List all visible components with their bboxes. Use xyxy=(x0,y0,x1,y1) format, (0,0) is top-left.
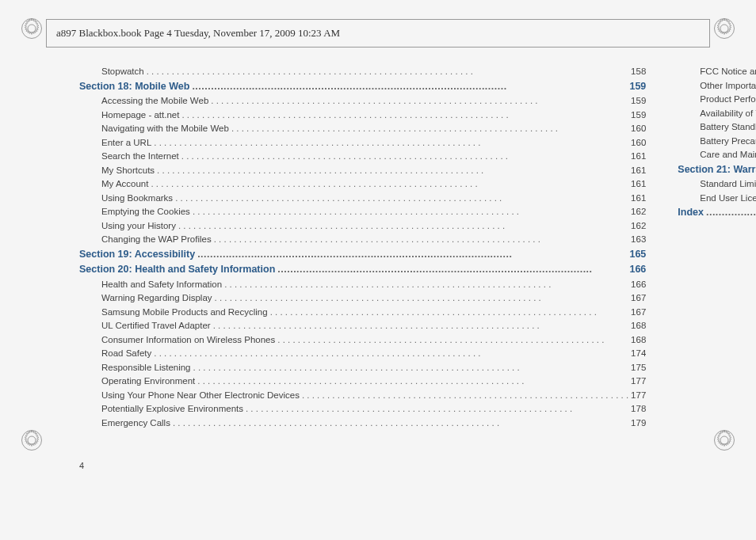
toc-entry: Care and Maintenance183 xyxy=(678,150,756,159)
toc-entry: Health and Safety Information166 xyxy=(79,280,646,289)
toc-column-right: FCC Notice and Cautions180Other Importan… xyxy=(678,67,756,508)
toc-page-number: 168 xyxy=(631,335,646,344)
svg-point-4 xyxy=(22,431,42,451)
toc-entry: Responsible Listening175 xyxy=(79,363,646,372)
toc-page-number: 163 xyxy=(631,234,646,244)
toc-label: My Account xyxy=(101,179,148,188)
toc-label: Changing the WAP Profiles xyxy=(101,234,212,244)
toc-page-number: 166 xyxy=(629,264,646,275)
toc-page-number: 177 xyxy=(631,376,646,386)
toc-label: Potentially Explosive Environments xyxy=(101,404,243,413)
toc-entry: Enter a URL160 xyxy=(79,138,646,147)
toc-leader-dots xyxy=(215,293,629,302)
toc-label: Homepage - att.net xyxy=(101,110,179,120)
toc-entry: Operating Environment177 xyxy=(79,376,646,386)
toc-leader-dots xyxy=(302,390,628,400)
toc-leader-dots xyxy=(178,221,628,230)
toc-leader-dots xyxy=(231,124,628,133)
toc-label: Section 20: Health and Safety Informatio… xyxy=(79,264,275,275)
toc-page-number: 179 xyxy=(631,418,646,428)
svg-point-3 xyxy=(720,25,728,32)
toc-label: UL Certified Travel Adapter xyxy=(101,321,211,330)
toc-entry: Using Bookmarks161 xyxy=(79,193,646,203)
toc-entry: My Shortcuts161 xyxy=(79,165,646,175)
toc-label: Section 19: Accessibility xyxy=(79,249,195,260)
toc-entry: FCC Notice and Cautions180 xyxy=(678,67,756,76)
toc-leader-dots xyxy=(270,307,628,317)
toc-leader-dots xyxy=(193,207,628,216)
toc-leader-dots xyxy=(706,207,756,218)
page-number: 4 xyxy=(79,461,84,470)
toc-label: Section 18: Mobile Web xyxy=(79,81,189,92)
toc-leader-dots xyxy=(173,418,628,428)
toc-label: Using Your Phone Near Other Electronic D… xyxy=(101,390,300,400)
toc-label: Enter a URL xyxy=(101,138,151,147)
toc-entry: My Account161 xyxy=(79,179,646,188)
toc-leader-dots xyxy=(197,249,627,260)
toc-leader-dots xyxy=(213,321,628,330)
toc-label: Stopwatch xyxy=(101,67,144,76)
toc-label: Emptying the Cookies xyxy=(101,207,190,216)
toc-label: Samsung Mobile Products and Recycling xyxy=(101,307,268,317)
toc-label: Battery Standby and Talk Time xyxy=(700,122,756,131)
toc-section: Section 20: Health and Safety Informatio… xyxy=(79,264,646,275)
toc-label: End User License Agreement for Software xyxy=(700,193,756,203)
toc-leader-dots xyxy=(181,110,628,120)
toc-leader-dots xyxy=(224,280,628,289)
toc-leader-dots xyxy=(151,179,628,188)
toc-entry: Product Performance181 xyxy=(678,94,756,104)
toc-column-left: Stopwatch158Section 18: Mobile Web159Acc… xyxy=(79,67,646,508)
toc-label: Other Important Safety Information xyxy=(700,81,756,90)
toc-label: Using your History xyxy=(101,221,176,230)
toc-label: Availability of Various Features/Ring To… xyxy=(700,108,756,118)
toc-page-number: 168 xyxy=(631,321,646,330)
toc-entry: Samsung Mobile Products and Recycling167 xyxy=(79,307,646,317)
toc-leader-dots xyxy=(175,193,628,203)
toc-label: Consumer Information on Wireless Phones xyxy=(101,335,275,344)
gear-icon xyxy=(17,14,46,43)
document-header-text: a897 Blackbox.book Page 4 Tuesday, Novem… xyxy=(47,27,340,40)
toc-page-number: 161 xyxy=(631,165,646,175)
document-header-bar: a897 Blackbox.book Page 4 Tuesday, Novem… xyxy=(46,19,710,48)
toc-page-number: 159 xyxy=(631,110,646,120)
toc-leader-dots xyxy=(197,376,628,386)
toc-label: Care and Maintenance xyxy=(700,150,756,159)
toc-entry: Battery Standby and Talk Time182 xyxy=(678,122,756,131)
svg-point-1 xyxy=(28,25,36,32)
toc-page-number: 178 xyxy=(631,404,646,413)
toc-label: Operating Environment xyxy=(101,376,195,386)
toc-page-number: 167 xyxy=(631,307,646,317)
toc-label: Accessing the Mobile Web xyxy=(101,96,208,105)
toc-entry: Consumer Information on Wireless Phones1… xyxy=(79,335,646,344)
toc-leader-dots xyxy=(193,363,629,372)
toc-label: Navigating with the Mobile Web xyxy=(101,124,229,133)
toc-page-number: 161 xyxy=(631,151,646,161)
toc-page-number: 165 xyxy=(629,249,646,260)
toc-page-number: 167 xyxy=(631,293,646,302)
toc-entry: Other Important Safety Information180 xyxy=(678,81,756,90)
toc-page-number: 175 xyxy=(631,363,646,372)
toc-section: Section 21: Warranty Information185 xyxy=(678,164,756,175)
toc-section: Section 19: Accessibility165 xyxy=(79,249,646,260)
toc-label: FCC Notice and Cautions xyxy=(700,67,756,76)
gear-icon xyxy=(17,426,46,454)
toc-page-number: 177 xyxy=(631,390,646,400)
toc-page-number: 161 xyxy=(631,193,646,203)
toc-entry: End User License Agreement for Software1… xyxy=(678,193,756,203)
toc-leader-dots xyxy=(154,138,628,147)
toc-section: Section 18: Mobile Web159 xyxy=(79,81,646,92)
toc-label: Section 21: Warranty Information xyxy=(678,164,756,175)
toc-entry: Emergency Calls179 xyxy=(79,418,646,428)
toc-label: Search the Internet xyxy=(101,151,179,161)
toc-leader-dots xyxy=(214,234,628,244)
toc-body: Stopwatch158Section 18: Mobile Web159Acc… xyxy=(79,67,716,508)
toc-page-number: 162 xyxy=(631,221,646,230)
toc-page-number: 160 xyxy=(631,138,646,147)
toc-leader-dots xyxy=(181,151,628,161)
toc-entry: Using your History162 xyxy=(79,221,646,230)
toc-label: Emergency Calls xyxy=(101,418,170,428)
toc-entry: Changing the WAP Profiles163 xyxy=(79,234,646,244)
toc-leader-dots xyxy=(211,96,628,105)
toc-entry: Navigating with the Mobile Web160 xyxy=(79,124,646,133)
toc-leader-dots xyxy=(277,335,628,344)
